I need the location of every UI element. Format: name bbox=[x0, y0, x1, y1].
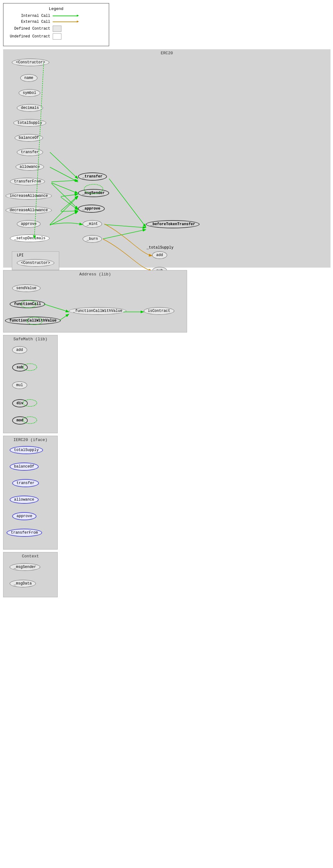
node-lpi-constructor: <Constructor> bbox=[17, 259, 54, 267]
defined-contract-rect bbox=[53, 26, 61, 32]
node-functionCallWithValue: functionCallWithValue bbox=[5, 317, 61, 325]
node-sm-sub: sub bbox=[12, 363, 28, 371]
safemath-title: SafeMath (lib) bbox=[3, 335, 57, 342]
node-decreaseAllowance: decreaseAllowance bbox=[6, 207, 52, 214]
undefined-contract-rect bbox=[53, 33, 61, 40]
node-isContract: isContract bbox=[144, 307, 174, 315]
node-i-totalSupply: totalSupply bbox=[10, 446, 43, 454]
erc20-arrows bbox=[3, 49, 331, 268]
internal-call-line bbox=[53, 16, 78, 16]
node-symbol: symbol bbox=[19, 89, 40, 97]
page-container: Legend Internal Call External Call Defin… bbox=[0, 0, 333, 603]
legend-internal-call-label: Internal Call bbox=[10, 14, 50, 18]
node-allowance: allowance bbox=[15, 163, 44, 170]
legend-internal-call: Internal Call bbox=[10, 14, 103, 18]
legend-undefined-contract: Undefined Contract bbox=[10, 33, 103, 40]
node-c-msgSender: _msgSender bbox=[10, 563, 40, 571]
node-_transfer: _transfer bbox=[78, 173, 107, 181]
erc20-title: ERC20 bbox=[3, 49, 331, 57]
node-sm-div: div bbox=[12, 399, 28, 407]
legend-defined-contract: Defined Contract bbox=[10, 26, 103, 32]
totalsupply-label: _totalSupply bbox=[146, 245, 173, 250]
node-sm-mod: mod bbox=[12, 416, 28, 425]
lpi-title: LPI bbox=[17, 253, 54, 258]
node-sendValue: sendValue bbox=[12, 284, 40, 292]
node-transferFrom: transferFrom bbox=[10, 178, 45, 185]
node-functionCall: functionCall bbox=[10, 300, 45, 308]
context-title: Context bbox=[3, 552, 57, 560]
node-sm-add: add bbox=[12, 346, 27, 354]
legend-defined-contract-label: Defined Contract bbox=[10, 27, 50, 31]
address-diagram: Address (lib) sendValue functionCall fun… bbox=[3, 270, 187, 333]
erc20-diagram: ERC20 <Constructor> name symbol decimals… bbox=[3, 49, 331, 268]
node-approve: approve bbox=[17, 220, 40, 228]
node-totalSupply: totalSupply bbox=[13, 119, 46, 127]
node-_functionCallWithValue: _functionCallWithValue bbox=[69, 307, 126, 315]
safemath-arrows bbox=[3, 335, 57, 433]
legend-undefined-contract-label: Undefined Contract bbox=[10, 34, 50, 39]
node-name: name bbox=[20, 74, 37, 82]
node-sm-mul: mul bbox=[12, 381, 27, 389]
ierc20-diagram: IERC20 (iface) totalSupply balanceOf tra… bbox=[3, 436, 58, 550]
node-i-approve: approve bbox=[12, 512, 36, 520]
context-diagram: Context _msgSender _msgData bbox=[3, 552, 58, 597]
node-_msgSender: _msgSender bbox=[78, 189, 109, 197]
external-call-line bbox=[53, 22, 78, 22]
node-c-msgData: _msgData bbox=[10, 580, 36, 587]
address-title: Address (lib) bbox=[3, 271, 187, 278]
node-i-balanceOf: balanceOf bbox=[10, 463, 39, 471]
node-i-transfer: transfer bbox=[12, 479, 39, 487]
node-_burn: _burn bbox=[82, 235, 102, 243]
node-transfer: transfer bbox=[17, 149, 43, 156]
legend-title: Legend bbox=[10, 6, 103, 11]
node-setupDecimals: _setupDecimals bbox=[10, 235, 49, 242]
node-i-allowance: allowance bbox=[10, 496, 39, 504]
safemath-diagram: SafeMath (lib) add sub mul div mod bbox=[3, 335, 58, 433]
node-constructor: <Constructor> bbox=[12, 59, 49, 66]
node-add: add bbox=[152, 251, 167, 259]
node-increaseAllowance: increaseAllowance bbox=[6, 192, 52, 199]
node-_mint: _mint bbox=[82, 220, 102, 228]
node-beforeTokenTransfer: _beforeTokenTransfer bbox=[146, 220, 200, 228]
legend-external-call: External Call bbox=[10, 20, 103, 24]
legend-box: Legend Internal Call External Call Defin… bbox=[3, 3, 109, 46]
node-balanceOf: balanceOf bbox=[15, 134, 43, 142]
legend-external-call-label: External Call bbox=[10, 20, 50, 24]
node-decimals: decimals bbox=[17, 104, 43, 112]
node-i-transferFrom: transferFrom bbox=[6, 529, 42, 537]
lpi-box: LPI <Constructor> bbox=[12, 251, 59, 270]
node-_approve: _approve bbox=[78, 205, 105, 213]
ierc20-title: IERC20 (iface) bbox=[3, 436, 57, 443]
